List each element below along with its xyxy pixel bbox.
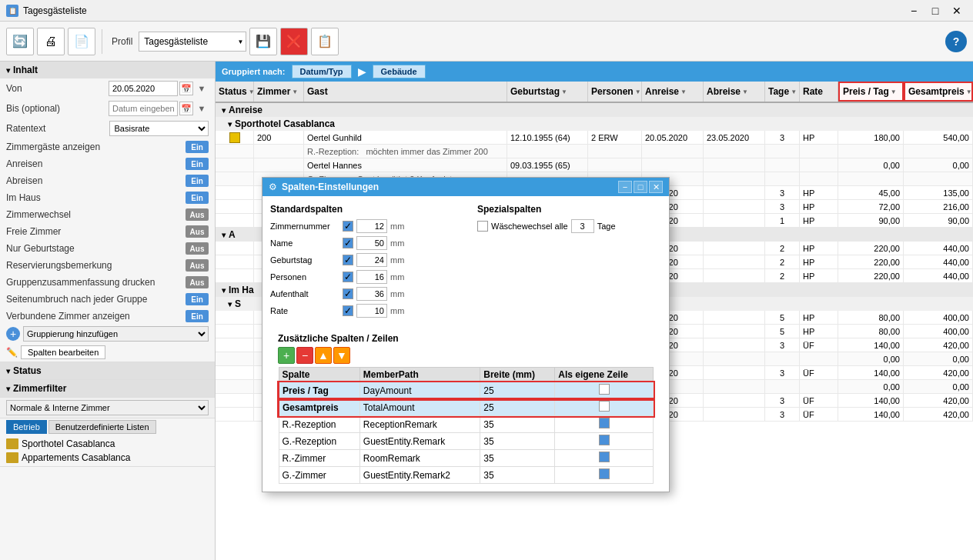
freiezimmer-toggle[interactable]: Aus <box>186 225 209 238</box>
th-geburtstag[interactable]: Geburtstag ▼ <box>507 82 588 102</box>
inhalt-header[interactable]: ▾ Inhalt <box>0 62 215 78</box>
zusatz-up-button[interactable]: ▲ <box>315 347 332 364</box>
nurgeburtstage-toggle[interactable]: Aus <box>186 242 209 255</box>
save2-button[interactable]: ❌ <box>280 28 308 55</box>
eigenezeile-check-1[interactable] <box>599 384 610 395</box>
eigenezeile-check-5[interactable] <box>599 452 610 462</box>
ratentext-select[interactable]: Basisrate <box>109 121 209 136</box>
modal-close-button[interactable]: ✕ <box>649 181 663 193</box>
anreisen-toggle[interactable]: Ein <box>186 158 209 170</box>
bis-filter-button[interactable]: ▼ <box>195 102 209 115</box>
col-personen-width[interactable] <box>356 270 387 284</box>
status-header[interactable]: ▾ Status <box>0 362 215 379</box>
hotel-item-2[interactable]: Appartements Casablanca <box>0 451 215 465</box>
zimmerfilter-header[interactable]: ▾ Zimmerfilter <box>0 380 215 397</box>
app-icon: 📋 <box>6 5 18 17</box>
col-aufenthalt-check[interactable]: ✓ <box>343 288 353 299</box>
th-gesamt[interactable]: Gesamtpreis ▼ <box>904 82 973 102</box>
col-geburtstag-width[interactable] <box>356 253 387 267</box>
maximize-button[interactable]: □ <box>925 3 945 18</box>
modal-minimize-button[interactable]: − <box>618 181 632 193</box>
th-rate[interactable]: Rate <box>800 82 838 102</box>
minimize-button[interactable]: − <box>904 3 924 18</box>
td-rate: ÜF <box>800 394 838 407</box>
col-name-width[interactable] <box>356 236 387 250</box>
modal-maximize-button[interactable]: □ <box>634 181 647 193</box>
group-nav-btn1[interactable]: Datum/Typ <box>292 65 352 78</box>
von-input[interactable] <box>109 81 178 96</box>
verbundene-toggle[interactable]: Ein <box>186 310 209 322</box>
col-zimmernummer-width[interactable] <box>356 219 387 233</box>
bis-calendar-button[interactable]: 📅 <box>179 102 193 115</box>
refresh-button[interactable]: 🔄 <box>6 28 34 55</box>
eigenezeile-check-4[interactable] <box>599 435 610 445</box>
save-button[interactable]: 💾 <box>249 28 277 55</box>
spalten-bearbeiten-button[interactable]: Spalten bearbeiten <box>21 345 105 359</box>
export-button[interactable]: 📄 <box>68 28 95 55</box>
seitenumbruch-toggle[interactable]: Ein <box>186 293 209 305</box>
col-zimmernummer-check[interactable]: ✓ <box>343 221 353 232</box>
zusatz-row[interactable]: G.-Rezeption GuestEntity.Remark 35 <box>279 433 654 450</box>
von-filter-button[interactable]: ▼ <box>195 82 209 95</box>
group-nav-btn2[interactable]: Gebäude <box>373 65 426 78</box>
th-zimmer[interactable]: Zimmer ▼ <box>254 82 304 102</box>
zusatz-add-button[interactable]: + <box>278 347 295 364</box>
td-tage: 3 <box>765 408 800 421</box>
zusatz-down-button[interactable]: ▼ <box>333 347 350 364</box>
close-button[interactable]: ✕ <box>947 3 967 18</box>
gruppierung-select[interactable]: Gruppierung hinzufügen <box>23 326 209 342</box>
col-name-check[interactable]: ✓ <box>343 238 353 248</box>
eigenezeile-check-2[interactable] <box>599 401 610 412</box>
zusatz-row[interactable]: R.-Rezeption ReceptionRemark 35 <box>279 416 654 433</box>
profil-dropdown[interactable]: Tagesgästeliste <box>139 32 246 52</box>
td-tage: 5 <box>765 311 800 324</box>
th-personen[interactable]: Personen ▼ <box>588 82 642 102</box>
zimmerwechsel-toggle[interactable]: Aus <box>186 208 209 221</box>
zusatz-row[interactable]: Preis / Tag DayAmount 25 <box>279 382 654 399</box>
hotel-item-1[interactable]: Sporthotel Casablanca <box>0 437 215 451</box>
col-geburtstag-check[interactable]: ✓ <box>343 255 353 265</box>
zusatz-row[interactable]: G.-Zimmer GuestEntity.Remark2 35 <box>279 467 654 484</box>
waeschewechsel-value[interactable] <box>571 219 594 233</box>
imhaus-toggle[interactable]: Ein <box>186 192 209 204</box>
normale-select[interactable]: Normale & Interne Zimmer <box>6 400 209 415</box>
th-tage[interactable]: Tage ▼ <box>765 82 800 102</box>
help-button[interactable]: ? <box>945 31 967 52</box>
table-row[interactable]: 200 Oertel Gunhild 12.10.1955 (64) 2 ERW… <box>216 131 973 145</box>
th-abreise[interactable]: Abreise ▼ <box>704 82 765 102</box>
col-personen-check[interactable]: ✓ <box>343 272 353 282</box>
zusatz-row[interactable]: R.-Zimmer RoomRemark 35 <box>279 450 654 467</box>
zusatz-row[interactable]: Gesamtpreis TotalAmount 25 <box>279 399 654 416</box>
eigenezeile-check-3[interactable] <box>599 418 610 428</box>
table-row[interactable]: Oertel Hannes 09.03.1955 (65) 0,00 0,00 <box>216 158 973 172</box>
add-gruppierung-button[interactable]: + <box>6 327 20 341</box>
col-aufenthalt-width[interactable] <box>356 287 387 301</box>
benutzerdefinierte-tab[interactable]: Benutzerdefinierte Listen <box>48 420 156 434</box>
td-abreise <box>704 394 765 407</box>
sporthotel-header[interactable]: ▾ Sporthotel Casablanca <box>216 117 973 131</box>
table-row[interactable]: R.-Rezeption: möchten immer das Zimmer 2… <box>216 145 973 158</box>
zusatz-remove-button[interactable]: − <box>296 347 313 364</box>
th-gast[interactable]: Gast <box>304 82 507 102</box>
abreisen-toggle[interactable]: Ein <box>186 175 209 187</box>
col-rate-check[interactable]: ✓ <box>343 305 353 316</box>
waeschewechsel-check[interactable] <box>477 221 488 232</box>
th-anreise[interactable]: Anreise ▼ <box>642 82 704 102</box>
betrieb-tab[interactable]: Betrieb <box>6 420 47 434</box>
reservierungsbemerkung-toggle[interactable]: Aus <box>186 259 209 272</box>
anreise-section-header[interactable]: ▾ Anreise <box>216 103 973 117</box>
eigenezeile-check-6[interactable] <box>599 468 610 479</box>
print-button[interactable]: 🖨 <box>37 28 65 55</box>
gruppenzusammenfassung-toggle[interactable]: Aus <box>186 276 209 288</box>
col-rate-width[interactable] <box>356 304 387 318</box>
ratentext-label: Ratentext <box>6 123 106 134</box>
nurgeburtstage-label: Nur Geburtstage <box>6 243 182 254</box>
von-calendar-button[interactable]: 📅 <box>179 82 193 95</box>
th-preis[interactable]: Preis / Tag ▼ <box>838 82 904 102</box>
col-name-unit: mm <box>390 238 404 248</box>
td-gast: Oertel Hannes <box>304 158 507 172</box>
th-status[interactable]: Status ▼ <box>216 82 254 102</box>
zimmergaeste-toggle[interactable]: Ein <box>186 141 209 153</box>
bis-input[interactable] <box>109 101 178 116</box>
copy-button[interactable]: 📋 <box>311 28 339 55</box>
